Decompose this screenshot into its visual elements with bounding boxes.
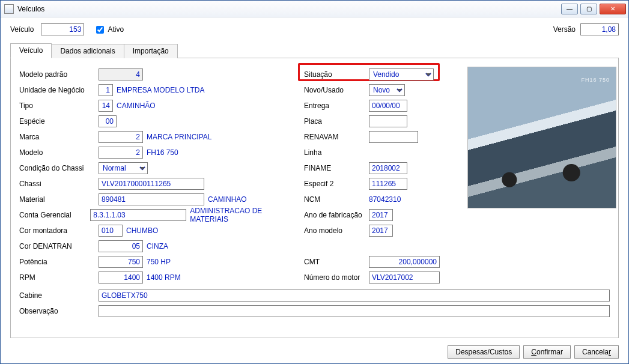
cor-montadora-desc: CHUMBO: [126, 226, 158, 235]
material-id[interactable]: [99, 193, 204, 205]
placa-label: Placa: [304, 117, 369, 126]
potencia-id[interactable]: [99, 256, 143, 268]
close-button[interactable]: ✕: [600, 4, 626, 14]
marca-desc: MARCA PRINCIPAL: [147, 133, 211, 141]
header-bar: Veículo Ativo Versão: [1, 17, 628, 39]
cor-denatran-desc: CINZA: [147, 242, 168, 250]
window-controls: — ▢ ✕: [561, 4, 626, 14]
especif2-input[interactable]: [369, 178, 407, 190]
vehicle-image: [467, 67, 616, 208]
situacao-select[interactable]: Vendido: [369, 68, 434, 80]
image-column: [467, 67, 616, 285]
especie-label: Espécie: [19, 117, 99, 126]
chassi-label: Chassi: [19, 180, 99, 188]
unidade-negocio-id[interactable]: [99, 84, 113, 96]
cor-montadora-label: Cor montadora: [19, 226, 99, 235]
potencia-desc: 750 HP: [147, 258, 171, 266]
renavam-input[interactable]: [369, 131, 418, 143]
titlebar: Veículos — ▢ ✕: [1, 1, 628, 17]
observacao-label: Observação: [19, 307, 99, 315]
potencia-label: Potência: [19, 258, 99, 266]
cor-denatran-id[interactable]: [99, 240, 143, 252]
tipo-label: Tipo: [19, 102, 99, 110]
footer-buttons: Despesas/Custos Confirmar Cancelar: [448, 345, 619, 359]
conta-ger-desc: ADMINISTRACAO DE MATERIAIS: [190, 207, 291, 223]
num-motor-label: Número do motor: [304, 273, 369, 282]
ncm-value: 87042310: [369, 195, 401, 204]
modelo-padrao-input[interactable]: [99, 68, 143, 80]
confirmar-button[interactable]: Confirmar: [523, 345, 571, 359]
observacao-input[interactable]: [99, 305, 610, 317]
tipo-desc: CAMINHÃO: [117, 102, 156, 110]
novo-usado-select[interactable]: Novo: [369, 84, 405, 96]
form-left-column: Modelo padrão Unidade de Negócio EMPRESA…: [19, 67, 291, 285]
placa-input[interactable]: [369, 115, 407, 127]
modelo-id[interactable]: [99, 147, 143, 159]
situacao-label: Situação: [304, 70, 369, 79]
window-title: Veículos: [17, 5, 561, 13]
cond-chassi-label: Condição do Chassi: [19, 164, 99, 172]
novo-usado-label: Novo/Usado: [304, 86, 369, 94]
maximize-button[interactable]: ▢: [580, 4, 597, 14]
versao-input[interactable]: [580, 23, 619, 35]
tab-dados-adicionais[interactable]: Dados adicionais: [51, 44, 124, 58]
conta-ger-label: Conta Gerencial: [19, 211, 90, 219]
ativo-checkbox[interactable]: Ativo: [94, 24, 124, 35]
modelo-label: Modelo: [19, 148, 99, 157]
entrega-input[interactable]: [369, 100, 407, 112]
cor-montadora-id[interactable]: [99, 225, 123, 237]
ano-modelo-label: Ano modelo: [304, 226, 369, 235]
finame-input[interactable]: [369, 162, 407, 174]
unidade-negocio-label: Unidade de Negócio: [19, 86, 99, 94]
tab-veiculo[interactable]: Veículo: [10, 43, 52, 58]
renavam-label: RENAVAM: [304, 133, 369, 141]
especie-id[interactable]: [99, 115, 117, 127]
cabine-label: Cabine: [19, 291, 99, 300]
marca-id[interactable]: [99, 131, 143, 143]
tabstrip: Veículo Dados adicionais Importação: [10, 43, 619, 58]
veiculo-label: Veículo: [10, 25, 34, 34]
despesas-custos-button[interactable]: Despesas/Custos: [448, 345, 520, 359]
rpm-id[interactable]: [99, 271, 143, 284]
ano-fab-label: Ano de fabricação: [304, 211, 369, 219]
unidade-negocio-desc: EMPRESA MODELO LTDA: [117, 86, 204, 94]
cabine-input[interactable]: [99, 290, 610, 302]
material-label: Material: [19, 195, 99, 204]
rpm-label: RPM: [19, 273, 99, 282]
tab-importacao[interactable]: Importação: [124, 44, 178, 58]
modelo-desc: FH16 750: [147, 148, 178, 157]
chassi-input[interactable]: [99, 178, 204, 190]
linha-label: Linha: [304, 148, 369, 157]
cmt-label: CMT: [304, 258, 369, 266]
cmt-input[interactable]: [369, 256, 440, 268]
conta-ger-id[interactable]: [90, 209, 186, 221]
versao-label: Versão: [553, 25, 576, 34]
material-desc: CAMINHAO: [208, 195, 247, 204]
cond-chassi-select[interactable]: Normal: [99, 162, 148, 174]
window-root: Veículos — ▢ ✕ Veículo Ativo Versão Veíc…: [0, 0, 629, 364]
finame-label: FINAME: [304, 164, 369, 172]
ano-fab-input[interactable]: [369, 209, 393, 221]
veiculo-id-input[interactable]: [41, 23, 84, 35]
form-right-column: Situação Vendido Novo/Usado Novo Entrega…: [304, 67, 454, 285]
ano-modelo-input[interactable]: [369, 225, 393, 237]
modelo-padrao-label: Modelo padrão: [19, 70, 99, 79]
tab-pane-veiculo: Modelo padrão Unidade de Negócio EMPRESA…: [10, 58, 619, 338]
minimize-button[interactable]: —: [561, 4, 578, 14]
entrega-label: Entrega: [304, 102, 369, 110]
ativo-checkbox-input[interactable]: [96, 26, 104, 34]
ncm-label: NCM: [304, 195, 369, 204]
rpm-desc: 1400 RPM: [147, 273, 181, 282]
especif2-label: Especif 2: [304, 180, 369, 188]
ativo-label: Ativo: [108, 25, 124, 34]
cancelar-button[interactable]: Cancelar: [574, 345, 619, 359]
app-icon: [4, 4, 14, 14]
cor-denatran-label: Cor DENATRAN: [19, 242, 99, 250]
num-motor-input[interactable]: [369, 271, 440, 284]
marca-label: Marca: [19, 133, 99, 141]
tipo-id[interactable]: [99, 100, 113, 112]
